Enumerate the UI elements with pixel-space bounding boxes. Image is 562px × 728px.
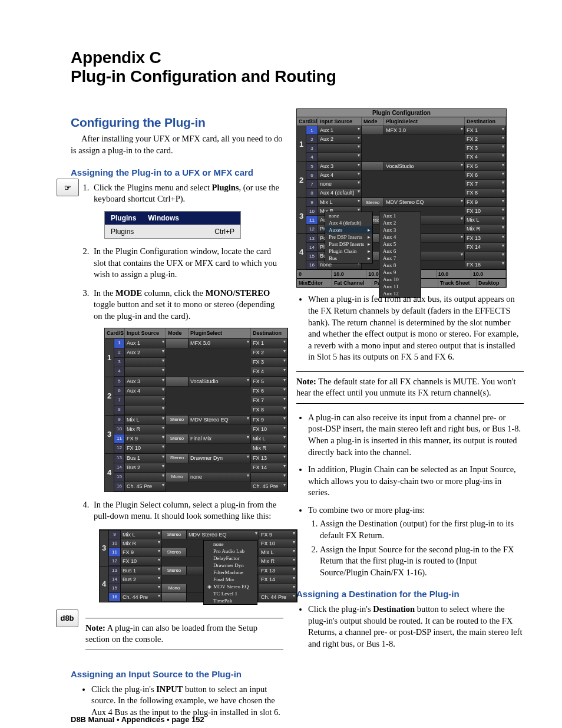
step-1: Click the Plugins menu and select Plugin… (91, 182, 283, 239)
plugins-menu-screenshot: Plugins Windows Plugins Ctrl+P (104, 211, 241, 239)
note-setup: Note: A plug-in can also be loaded from … (85, 618, 283, 650)
menu-plugins[interactable]: Plugins (105, 212, 142, 225)
menu-windows[interactable]: Windows (142, 212, 185, 225)
combine-step-1: Assign the Destination (output) for the … (320, 518, 524, 541)
intro-text: After installing your UFX or MFX card, a… (71, 133, 283, 156)
menu-item-plugins[interactable]: Plugins Ctrl+P (105, 225, 240, 238)
note-mute: Note: The default state for all FX chann… (296, 371, 524, 404)
input-source-menu[interactable]: noneAux 4 (default)AuxesPre DSP InsertsP… (325, 212, 373, 263)
subheading-destination: Assigning a Destination for the Plug-in (296, 589, 524, 599)
hand-icon: ☞ (57, 179, 79, 196)
assign-steps: Click the Plugins menu and select Plugin… (91, 182, 283, 522)
step-2: In the Plugin Configuration window, loca… (91, 246, 283, 281)
d8b-icon: d8b (56, 610, 78, 627)
subheading-assign-card: Assigning the Plug-in to a UFX or MFX ca… (71, 167, 283, 177)
plugin-select-menu[interactable]: nonePro Audio LabDelayFactorDrawmer DynF… (203, 540, 257, 605)
plugin-config-grid-b: 39Mix LStereoMDV Stereo EQFX 910Mix RFX … (99, 529, 297, 602)
subheading-input-source: Assigning an Input Source to the Plug-in (71, 669, 283, 679)
bullet-input: Click the plug-in's INPUT button to sele… (91, 684, 283, 719)
plugin-config-grid-a: Card/SlotInput SourceModePluginSelectDes… (104, 328, 288, 492)
page-title: Appendix C Plug-in Configuration and Rou… (71, 48, 524, 86)
page-footer: D8B Manual • Appendices • page 152 (71, 715, 204, 724)
section-heading: Configuring the Plug-in (71, 116, 283, 130)
left-column: Configuring the Plug-in After installing… (56, 103, 283, 724)
bullet-aux-output: When a plug-in is fed from an aux bus, i… (308, 294, 524, 363)
combine-step-2: Assign the Input Source for the second p… (320, 544, 524, 579)
bullet-prepost: A plug-in can also receive its input fro… (308, 412, 524, 458)
bullet-combine: To combine two or more plug-ins: Assign … (308, 505, 524, 578)
aux-submenu[interactable]: Aux 1Aux 2Aux 3Aux 4Aux 5Aux 6Aux 7Aux 8… (379, 212, 421, 298)
step-3: In the MODE column, click the MONO/STERE… (91, 288, 283, 492)
bullet-destination: Click the plug-in's Destination button t… (308, 604, 524, 650)
bullet-chain: In addition, Plugin Chain can be selecte… (308, 464, 524, 499)
step-4: In the Plugin Select column, select a pl… (91, 499, 283, 522)
right-column: Plugin Configuration Card/SlotInput Sour… (296, 103, 524, 724)
